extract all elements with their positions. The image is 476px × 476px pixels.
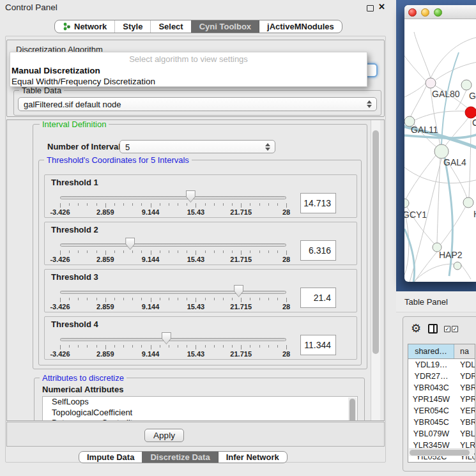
tick bbox=[268, 250, 269, 253]
network-edge[interactable] bbox=[469, 120, 471, 197]
attribute-item-selfloops[interactable]: SelfLoops bbox=[43, 397, 357, 408]
network-node-gcy1[interactable] bbox=[404, 199, 409, 208]
table-cell[interactable]: YDR2 bbox=[454, 371, 475, 382]
node-table[interactable]: shared…na YDL19…YDL1YDR27…YDR2YBR043CYBR… bbox=[408, 344, 475, 463]
network-node-gal80[interactable] bbox=[426, 78, 436, 88]
table-row[interactable]: YPR145WYPR1 bbox=[408, 394, 475, 405]
slider-thumb[interactable] bbox=[234, 285, 243, 297]
close-panel-icon[interactable]: ✕ bbox=[378, 2, 385, 12]
table-horizontal-scrollbar[interactable] bbox=[409, 449, 474, 456]
tab-label: Cyni Toolbox bbox=[199, 20, 251, 33]
settings-scroll-panel: Interval Definition Number of Intervals … bbox=[6, 119, 385, 421]
checkbox-icon[interactable]: ✓ bbox=[444, 326, 450, 332]
slider-thumb[interactable] bbox=[186, 190, 196, 203]
network-window-titlebar[interactable] bbox=[404, 5, 476, 19]
tab-select[interactable]: Select bbox=[150, 20, 190, 33]
table-cell[interactable]: YBR0 bbox=[454, 382, 475, 394]
zoom-window-icon[interactable] bbox=[434, 8, 442, 17]
network-edge[interactable] bbox=[404, 167, 476, 183]
network-edge[interactable] bbox=[404, 229, 415, 282]
table-row[interactable]: YBL079WYBL0 bbox=[408, 428, 475, 440]
attribute-item-betweennesscentrality[interactable]: BetweennessCentrality bbox=[43, 418, 357, 421]
checkbox-icon[interactable]: ✓ bbox=[452, 326, 458, 332]
tick bbox=[151, 203, 151, 208]
slider-thumb[interactable] bbox=[162, 332, 171, 344]
threshold-value-field[interactable]: 14.713 bbox=[300, 193, 336, 213]
network-edge[interactable] bbox=[431, 36, 476, 78]
number-of-intervals-combobox[interactable]: 5 bbox=[119, 140, 275, 153]
network-node-h[interactable] bbox=[463, 197, 473, 208]
tab-impute-data[interactable]: Impute Data bbox=[79, 452, 142, 463]
tab-jactivemnodules[interactable]: jActiveMNodules bbox=[259, 20, 342, 33]
table-cell[interactable]: YPR145W bbox=[408, 394, 454, 405]
table-cell[interactable]: YPR1 bbox=[454, 394, 475, 405]
table-cell[interactable]: YBR043C bbox=[408, 382, 454, 394]
network-edge[interactable] bbox=[404, 83, 426, 97]
network-edge[interactable] bbox=[411, 86, 426, 116]
threshold-value-field[interactable]: 11.344 bbox=[300, 335, 336, 355]
table-cell[interactable]: YER054C bbox=[408, 405, 454, 417]
tab-discretize-data[interactable]: Discretize Data bbox=[142, 452, 217, 463]
table-cell[interactable]: YER0 bbox=[454, 405, 475, 417]
dropdown-option-manual-discretization[interactable]: Manual Discretization bbox=[12, 65, 365, 76]
slider-track[interactable] bbox=[60, 196, 286, 199]
table-cell[interactable]: YDR27… bbox=[408, 371, 454, 382]
table-scrollbar-thumb[interactable] bbox=[410, 450, 470, 456]
tick bbox=[69, 298, 70, 300]
column-header-na[interactable]: na bbox=[454, 344, 475, 358]
table-cell[interactable]: YBR045C bbox=[408, 417, 454, 428]
table-row[interactable]: YBR043CYBR0 bbox=[408, 382, 475, 394]
tick bbox=[169, 345, 169, 348]
dropdown-option-equal-width-frequency-discretization[interactable]: Equal Width/Frequency Discretization bbox=[12, 76, 365, 87]
table-row[interactable]: YER054CYER0 bbox=[408, 405, 475, 417]
tab-style[interactable]: Style bbox=[114, 20, 150, 33]
network-node[interactable] bbox=[454, 262, 461, 270]
table-cell[interactable]: YBL0 bbox=[454, 428, 475, 440]
slider-track[interactable] bbox=[60, 338, 286, 341]
tick bbox=[141, 345, 142, 348]
numerical-attributes-list[interactable]: SelfLoopsTopologicalCoefficientBetweenne… bbox=[42, 396, 358, 421]
table-cell[interactable]: YBR0 bbox=[454, 417, 475, 428]
slider-track[interactable] bbox=[60, 291, 286, 294]
panel-scrollbar-thumb[interactable] bbox=[372, 130, 379, 354]
network-edge[interactable] bbox=[436, 61, 476, 80]
table-data-combobox[interactable]: galFiltered.sif default node bbox=[18, 97, 377, 111]
network-edge[interactable] bbox=[404, 211, 409, 275]
gear-icon[interactable]: ⚙ bbox=[411, 321, 421, 335]
panel-scrollbar[interactable] bbox=[371, 120, 380, 420]
table-cell[interactable]: YDL1 bbox=[454, 359, 475, 371]
float-panel-icon[interactable] bbox=[367, 5, 374, 12]
threshold-value-field[interactable]: 21.4 bbox=[300, 288, 336, 308]
tab-cyni-toolbox[interactable]: Cyni Toolbox bbox=[191, 20, 259, 33]
table-cell[interactable]: YBL079W bbox=[408, 428, 454, 440]
tick bbox=[241, 345, 242, 349]
column-header-shared[interactable]: shared… bbox=[408, 344, 454, 358]
slider-track[interactable] bbox=[60, 243, 286, 247]
apply-button[interactable]: Apply bbox=[144, 429, 184, 442]
network-window[interactable]: GAL80G.CGAL11GAL4GCY1HHAP2 bbox=[404, 5, 476, 282]
slider-thumb[interactable] bbox=[125, 238, 135, 250]
network-canvas[interactable]: GAL80G.CGAL11GAL4GCY1HHAP2 bbox=[404, 19, 476, 282]
close-window-icon[interactable] bbox=[408, 8, 417, 17]
list-scrollbar-thumb[interactable] bbox=[349, 399, 355, 421]
list-scrollbar[interactable] bbox=[348, 397, 357, 421]
network-node-g[interactable] bbox=[461, 80, 472, 90]
attribute-item-topologicalcoefficient[interactable]: TopologicalCoefficient bbox=[43, 408, 357, 418]
minimize-window-icon[interactable] bbox=[421, 8, 429, 17]
split-columns-icon[interactable] bbox=[428, 324, 438, 334]
combo-stepper-icon bbox=[265, 143, 270, 151]
table-cell[interactable]: YDL19… bbox=[408, 359, 454, 371]
threshold-value-field[interactable]: 6.316 bbox=[300, 240, 336, 261]
table-row[interactable]: YDR27…YDR2 bbox=[408, 371, 475, 382]
network-node-gal4[interactable] bbox=[434, 144, 449, 158]
network-edge[interactable] bbox=[404, 46, 426, 81]
table-row[interactable]: YDL19…YDL1 bbox=[408, 359, 475, 371]
slider-tick-label: 21.715 bbox=[230, 350, 252, 358]
table-row[interactable]: YBR045CYBR0 bbox=[408, 417, 475, 428]
network-node-c[interactable] bbox=[465, 107, 476, 118]
table-panel-header: Table Panel bbox=[396, 291, 476, 312]
network-edge[interactable] bbox=[408, 158, 441, 282]
tab-infer-network[interactable]: Infer Network bbox=[218, 452, 287, 463]
tab-network[interactable]: Network bbox=[55, 20, 114, 33]
network-edge[interactable] bbox=[415, 111, 466, 120]
